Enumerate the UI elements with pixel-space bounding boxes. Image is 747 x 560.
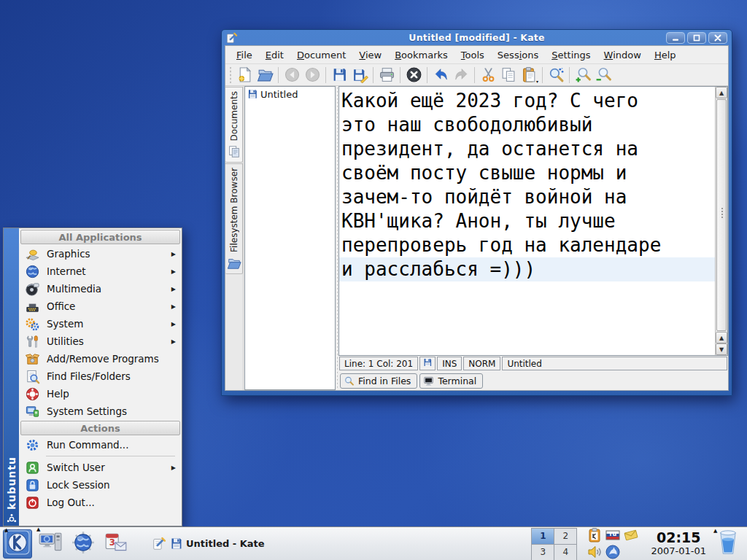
ru-flag-icon[interactable]: ru — [605, 527, 621, 543]
back-button[interactable] — [282, 66, 301, 85]
menu-window[interactable]: Window — [597, 47, 648, 63]
editor-text[interactable]: Какой ещё 2023 год? С чегоэто наш свобод… — [339, 87, 715, 355]
scroll-up-icon[interactable]: ▲ — [716, 87, 727, 98]
command-mode-indicator: NORM — [463, 357, 500, 370]
kmenu-item-add-remove-programs[interactable]: Add/Remove Programs — [20, 350, 181, 368]
amarok-icon[interactable] — [605, 544, 621, 560]
pager-desktop-3[interactable]: 3 — [531, 544, 554, 560]
konqueror-icon — [71, 530, 96, 558]
menu-settings[interactable]: Settings — [545, 47, 597, 63]
kmenu-item-system[interactable]: System▶ — [20, 315, 181, 332]
undo-button[interactable] — [431, 66, 450, 85]
kmenu-item-internet[interactable]: Internet▶ — [20, 262, 181, 280]
menu-view[interactable]: View — [352, 47, 388, 63]
kmenu-icon — [5, 530, 30, 558]
kmenu-item-help[interactable]: Help — [20, 385, 181, 402]
tab-documents[interactable]: Documents — [225, 87, 243, 163]
kmenu-launcher-button[interactable]: ▲ — [3, 529, 32, 559]
kmenu-item-office[interactable]: Office▶ — [20, 298, 181, 315]
submenu-arrow-icon: ▶ — [171, 464, 178, 471]
toolbar-separator — [427, 67, 427, 83]
document-list-item[interactable]: Untitled — [245, 87, 335, 101]
forward-button[interactable] — [303, 66, 322, 85]
menu-help[interactable]: Help — [648, 47, 683, 63]
konqueror-launcher-button[interactable] — [69, 529, 98, 559]
zoom-in-button[interactable] — [573, 66, 592, 85]
volume-icon[interactable] — [587, 544, 603, 560]
k-menu: kubuntu All ApplicationsGraphics▶Interne… — [3, 228, 182, 526]
cut-button[interactable] — [479, 66, 498, 85]
mail-icon[interactable] — [623, 527, 639, 543]
menu-document[interactable]: Document — [290, 47, 352, 63]
submenu-arrow-icon: ▶ — [171, 338, 178, 345]
taskbar: ▲▲3 Untitled - Kate 1234 ru 02:15 2007-0… — [0, 526, 747, 560]
document-item-label: Untitled — [260, 89, 298, 100]
maximize-button[interactable] — [687, 32, 706, 44]
text-editor[interactable]: Какой ещё 2023 год? С чегоэто наш свобод… — [338, 86, 728, 356]
kmenu-header-all-applications: All Applications — [20, 230, 180, 244]
pager-desktop-4[interactable]: 4 — [554, 544, 577, 560]
kate-icon — [152, 537, 166, 551]
clock-applet[interactable]: 02:15 2007-01-01 — [651, 530, 706, 557]
find-in-files-button[interactable]: Find in Files — [340, 373, 417, 389]
menu-file[interactable]: File — [230, 47, 259, 63]
toolbar-separator — [569, 67, 570, 83]
save-as-button[interactable] — [350, 66, 369, 85]
kate-window-icon[interactable] — [226, 32, 238, 44]
kmenu-item-log-out[interactable]: Log Out... — [20, 494, 181, 511]
paste-dropdown-icon[interactable]: ▾ — [536, 79, 538, 84]
save-button[interactable] — [330, 66, 349, 85]
print-button[interactable] — [377, 66, 396, 85]
menu-tools[interactable]: Tools — [454, 47, 491, 63]
kmenu-item-lock-session[interactable]: Lock Session — [20, 476, 181, 494]
utilities-icon — [25, 334, 40, 349]
klipper-icon[interactable] — [587, 527, 603, 543]
close-button[interactable] — [708, 32, 727, 44]
stop-button[interactable] — [404, 66, 423, 85]
toolbar-handle[interactable] — [228, 67, 232, 83]
editor-scrollbar[interactable]: ▲ ▲ ▼ — [715, 87, 727, 355]
system-settings-icon — [25, 404, 40, 419]
minimize-button[interactable] — [666, 32, 685, 44]
kontact-launcher-button[interactable]: 3 — [101, 529, 131, 559]
kmenu-item-run-command[interactable]: Run Command... — [20, 436, 181, 454]
terminal-button[interactable]: Terminal — [419, 373, 483, 389]
kmenu-item-graphics[interactable]: Graphics▶ — [20, 245, 181, 262]
copy-button[interactable] — [499, 66, 518, 85]
new-button[interactable] — [235, 66, 254, 85]
find-button[interactable] — [546, 66, 565, 85]
floppy-icon — [247, 88, 258, 100]
scrollbar-thumb[interactable] — [716, 99, 727, 331]
zoom-out-button[interactable] — [594, 66, 613, 85]
kmenu-item-find-files-folders[interactable]: Find Files/Folders — [20, 368, 181, 385]
toolview-bar: Find in Files Terminal — [338, 371, 728, 390]
submenu-arrow-icon: ▶ — [171, 321, 178, 327]
kmenu-item-system-settings[interactable]: System Settings — [20, 402, 181, 420]
menu-bookmarks[interactable]: Bookmarks — [388, 47, 454, 63]
desktop[interactable]: Untitled [modified] - Kate FileEditDocum… — [0, 0, 747, 560]
statusbar-document-name: Untitled — [502, 357, 727, 370]
pager-desktop-2[interactable]: 2 — [554, 528, 577, 545]
pager-desktop-1[interactable]: 1 — [531, 528, 554, 545]
open-button[interactable] — [255, 66, 274, 85]
terminal-icon — [423, 376, 434, 386]
help-icon — [25, 386, 40, 402]
kmenu-item-multimedia[interactable]: Multimedia▶ — [20, 280, 181, 298]
submenu-arrow-icon: ▶ — [171, 286, 178, 292]
kmenu-item-utilities[interactable]: Utilities▶ — [20, 332, 181, 350]
tab-filesystem-browser[interactable]: Filesystem Browser — [225, 163, 243, 274]
menu-edit[interactable]: Edit — [259, 47, 290, 63]
scroll-down-icon[interactable]: ▼ — [716, 343, 727, 355]
redo-button[interactable] — [452, 66, 471, 85]
applet-handle-icon[interactable]: ▲ — [713, 529, 717, 534]
internet-icon — [25, 264, 40, 279]
corner-applet[interactable]: ▲ — [712, 528, 744, 560]
kmenu-item-switch-user[interactable]: Switch User▶ — [20, 459, 181, 476]
taskbar-task-kate[interactable]: Untitled - Kate — [147, 534, 271, 553]
menu-sessions[interactable]: Sessions — [491, 47, 545, 63]
desktop-pager: 1234 — [531, 528, 576, 560]
paste-button[interactable]: ▾ — [519, 66, 538, 85]
system-menu-launcher-button[interactable]: ▲ — [36, 529, 65, 559]
scroll-up2-icon[interactable]: ▲ — [716, 332, 727, 343]
titlebar[interactable]: Untitled [modified] - Kate — [225, 30, 729, 45]
